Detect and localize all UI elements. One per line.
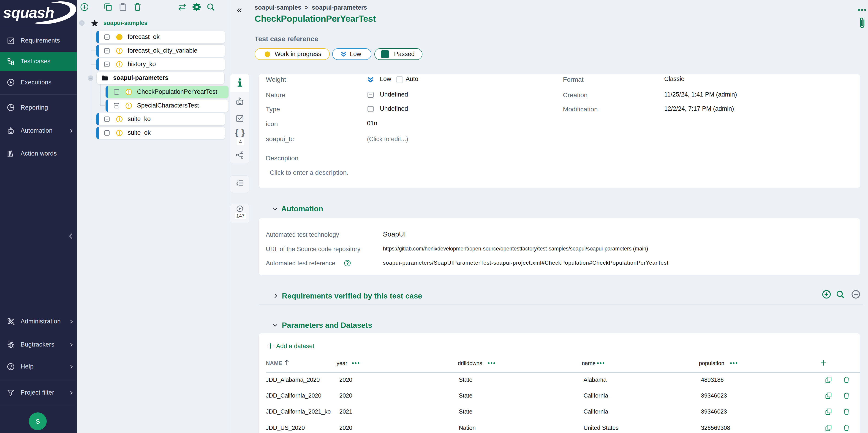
svg-text:squash: squash	[3, 4, 54, 21]
